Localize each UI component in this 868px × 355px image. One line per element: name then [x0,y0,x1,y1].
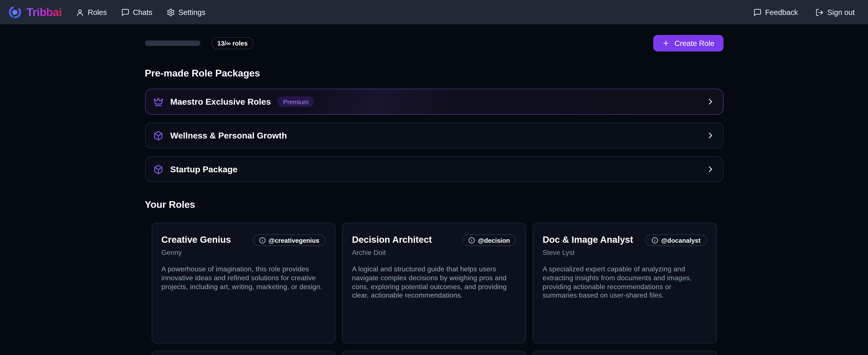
package-row-wellness[interactable]: Wellness & Personal Growth [145,122,723,148]
main-content: 13/∞ roles Create Role Pre-made Role Pac… [145,24,723,355]
roles-progress-bar [145,40,200,46]
nav-right: Feedback Sign out [753,8,855,16]
create-role-label: Create Role [675,39,714,47]
role-subtitle: Steve Lyst [542,249,707,257]
brand-name: Tribbai [27,6,62,19]
role-handle-badge[interactable]: @decision [462,234,516,246]
nav-item-roles[interactable]: Roles [76,8,107,16]
role-card-partial[interactable] [151,351,335,355]
info-icon [652,237,658,244]
chat-bubble-icon [121,8,129,16]
chevron-right-icon [706,165,715,174]
log-out-icon [815,8,824,16]
role-handle: @decision [478,237,510,244]
feedback-button[interactable]: Feedback [753,8,798,16]
role-card-decision-architect[interactable]: Decision Architect @decision Archie Doit… [342,223,526,344]
role-card-doc-image-analyst[interactable]: Doc & Image Analyst @docanalyst Steve Ly… [532,223,717,344]
role-handle: @creativegenius [269,237,319,244]
nav-links: Roles Chats Settings [76,8,205,16]
nav-item-label: Roles [88,8,107,16]
roles-count-badge: 13/∞ roles [211,37,254,49]
role-card-partial[interactable] [532,351,717,355]
chevron-right-icon [706,131,715,140]
plus-icon [662,39,670,47]
role-title: Creative Genius [161,234,231,245]
role-handle-badge[interactable]: @creativegenius [253,234,325,246]
role-title: Decision Architect [352,234,432,245]
package-row-startup[interactable]: Startup Package [145,156,723,182]
role-card-partial[interactable] [342,351,526,355]
gear-icon [167,8,175,16]
role-card-creative-genius[interactable]: Creative Genius @creativegenius Genny A … [151,223,335,344]
package-name: Maestro Exclusive Roles [170,97,271,107]
sign-out-label: Sign out [827,8,855,16]
sign-out-button[interactable]: Sign out [815,8,855,16]
package-name: Wellness & Personal Growth [170,130,287,141]
feedback-label: Feedback [765,8,798,16]
page: Tribbai Roles Chats Settings [0,0,868,355]
role-description: A powerhouse of imagination, this role p… [161,265,325,292]
nav-item-settings[interactable]: Settings [167,8,205,16]
crown-icon [153,97,163,107]
brand-logo[interactable]: Tribbai [8,5,62,19]
role-subtitle: Archie Doit [352,249,516,257]
tribbai-logo-icon [8,5,22,19]
info-icon [259,237,266,244]
premium-badge: Premium [277,96,314,107]
role-subtitle: Genny [161,249,325,257]
role-description: A logical and structured guide that help… [352,265,516,300]
create-role-button[interactable]: Create Role [653,35,723,52]
role-title: Doc & Image Analyst [542,234,633,245]
top-navbar: Tribbai Roles Chats Settings [0,0,868,24]
roles-grid: Creative Genius @creativegenius Genny A … [151,223,717,355]
feedback-bubble-icon [753,8,762,16]
package-name: Startup Package [170,164,237,174]
nav-item-label: Chats [133,8,152,16]
package-icon [153,164,163,174]
packages-section-title: Pre-made Role Packages [145,68,723,79]
nav-item-chats[interactable]: Chats [121,8,152,16]
chevron-right-icon [706,97,715,106]
role-description: A specialized expert capable of analyzin… [542,265,707,300]
your-roles-section-title: Your Roles [145,199,723,211]
role-handle-badge[interactable]: @docanalyst [646,234,707,246]
package-icon [153,130,163,141]
role-handle: @docanalyst [661,237,701,244]
info-icon [468,237,475,244]
nav-item-label: Settings [179,8,206,16]
package-row-maestro[interactable]: Maestro Exclusive Roles Premium [145,89,723,115]
roles-toolbar: 13/∞ roles Create Role [145,35,723,52]
user-icon [76,8,84,16]
